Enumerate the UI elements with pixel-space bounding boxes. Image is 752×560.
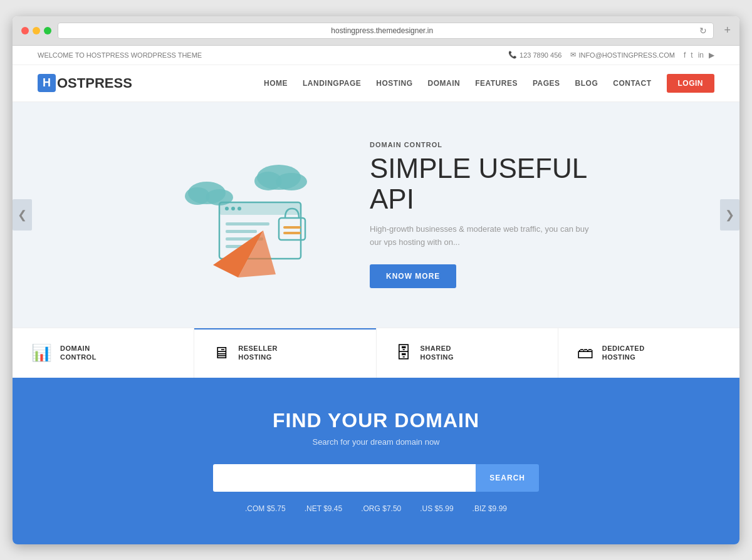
logo-text: OSTPRESS <box>57 75 132 91</box>
hero-next-button[interactable]: ❯ <box>720 199 739 231</box>
reseller-hosting-icon: 🖥 <box>213 343 229 363</box>
hero-description: High-growth businesses & moderate web tr… <box>370 223 595 249</box>
email-info: ✉ INFO@HOSTINGPRESS.COM <box>570 51 675 59</box>
price-biz: .BIZ $9.99 <box>473 504 507 513</box>
facebook-icon[interactable]: f <box>684 51 686 60</box>
feature-shared-hosting[interactable]: 🗄 SHAREDHOSTING <box>377 328 558 378</box>
twitter-icon[interactable]: t <box>691 51 692 60</box>
domain-section: FIND YOUR DOMAIN Search for your dream d… <box>13 378 739 544</box>
domain-control-title: DOMAINCONTROL <box>60 344 97 362</box>
svg-point-10 <box>238 207 241 210</box>
svg-point-8 <box>225 207 229 210</box>
browser-chrome: hostingpress.themedesigner.in ↻ + <box>13 16 739 46</box>
hero-content: DOMAIN CONTROL SIMPLE USEFUL API High-gr… <box>370 141 595 288</box>
topbar-right: 📞 123 7890 456 ✉ INFO@HOSTINGPRESS.COM f… <box>508 51 714 60</box>
price-net: .NET $9.45 <box>305 504 342 513</box>
know-more-button[interactable]: KNOW MORE <box>370 264 456 288</box>
domain-title: FIND YOUR DOMAIN <box>38 409 714 432</box>
svg-point-5 <box>276 173 307 190</box>
nav-contact[interactable]: CONTACT <box>613 79 651 88</box>
shared-hosting-title: SHAREDHOSTING <box>420 344 454 362</box>
url-text: hostingpress.themedesigner.in <box>331 26 433 35</box>
svg-rect-17 <box>283 232 301 234</box>
url-bar[interactable]: hostingpress.themedesigner.in ↻ <box>58 23 714 39</box>
svg-rect-11 <box>226 222 269 226</box>
hero-label: DOMAIN CONTROL <box>370 141 595 148</box>
nav-pages[interactable]: PAGES <box>533 79 560 88</box>
price-com: .COM $5.75 <box>245 504 286 513</box>
nav-domain[interactable]: DOMAIN <box>427 79 460 88</box>
domain-subtitle: Search for your dream domain now <box>38 437 714 447</box>
phone-number: 123 7890 456 <box>520 51 561 59</box>
dedicated-hosting-title: DEDICATEDHOSTING <box>602 344 645 362</box>
logo[interactable]: H OSTPRESS <box>38 74 132 92</box>
main-nav: HOME LANDINGPAGE HOSTING DOMAIN FEATURES… <box>264 74 714 93</box>
phone-info: 📞 123 7890 456 <box>508 51 561 59</box>
email-icon: ✉ <box>570 51 576 59</box>
email-address: INFO@HOSTINGPRESS.COM <box>578 51 675 59</box>
dedicated-hosting-icon: 🗃 <box>577 343 593 363</box>
feature-domain-control[interactable]: 📊 DOMAINCONTROL <box>13 328 194 378</box>
hero-section: ❮ <box>13 102 739 328</box>
reseller-hosting-title: RESELLERHOSTING <box>238 344 278 362</box>
dot-yellow[interactable] <box>33 27 40 34</box>
svg-point-9 <box>231 207 235 210</box>
feature-reseller-hosting[interactable]: 🖥 RESELLERHOSTING <box>194 328 376 378</box>
logo-icon: H <box>38 74 56 92</box>
top-bar: WELCOME TO HOSTPRESS WORDPRESS THEME 📞 1… <box>13 46 739 65</box>
features-bar: 📊 DOMAINCONTROL 🖥 RESELLERHOSTING 🗄 SHAR… <box>13 328 739 378</box>
domain-search-bar: SEARCH <box>213 464 539 492</box>
new-tab-button[interactable]: + <box>724 24 731 37</box>
price-org: .ORG $7.50 <box>361 504 401 513</box>
nav-home[interactable]: HOME <box>264 79 288 88</box>
linkedin-icon[interactable]: in <box>698 51 704 60</box>
domain-search-input[interactable] <box>213 464 476 492</box>
domain-control-icon: 📊 <box>31 343 51 363</box>
shared-hosting-icon: 🗄 <box>395 343 412 363</box>
feature-dedicated-hosting[interactable]: 🗃 DEDICATEDHOSTING <box>558 328 739 378</box>
browser-window: hostingpress.themedesigner.in ↻ + WELCOM… <box>13 16 739 544</box>
nav-hosting[interactable]: HOSTING <box>376 79 412 88</box>
topbar-welcome: WELCOME TO HOSTPRESS WORDPRESS THEME <box>38 51 202 59</box>
domain-prices: .COM $5.75 .NET $9.45 .ORG $7.50 .US $5.… <box>38 504 714 513</box>
header: H OSTPRESS HOME LANDINGPAGE HOSTING DOMA… <box>13 65 739 102</box>
dot-red[interactable] <box>21 27 29 34</box>
svg-rect-12 <box>226 230 257 233</box>
nav-features[interactable]: FEATURES <box>475 79 518 88</box>
svg-rect-16 <box>283 226 301 229</box>
social-icons: f t in ▶ <box>684 51 714 60</box>
youtube-icon[interactable]: ▶ <box>709 51 714 60</box>
login-button[interactable]: LOGIN <box>667 74 715 93</box>
nav-blog[interactable]: BLOG <box>575 79 598 88</box>
hero-title: SIMPLE USEFUL API <box>370 153 595 214</box>
price-us: .US $5.99 <box>420 504 453 513</box>
refresh-icon[interactable]: ↻ <box>699 26 707 36</box>
browser-dots <box>21 27 51 34</box>
nav-landingpage[interactable]: LANDINGPAGE <box>303 79 361 88</box>
domain-search-button[interactable]: SEARCH <box>476 464 539 492</box>
phone-icon: 📞 <box>508 51 517 59</box>
hero-prev-button[interactable]: ❮ <box>13 199 32 231</box>
dot-green[interactable] <box>44 27 51 34</box>
hero-illustration <box>157 140 332 290</box>
